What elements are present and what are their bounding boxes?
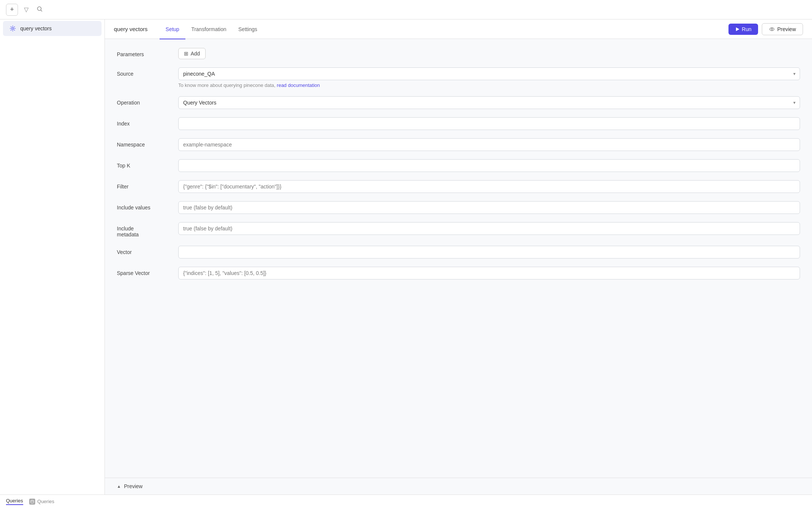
preview-button[interactable]: Preview [762, 23, 803, 35]
namespace-input[interactable] [178, 138, 800, 151]
topk-field: 3 [178, 159, 800, 172]
db-icon [29, 499, 35, 505]
top-bar-left: + ▽ [6, 4, 45, 16]
filter-input[interactable] [178, 180, 800, 193]
status-icon: Queries [29, 499, 55, 505]
include-metadata-label: Include metadata [117, 222, 169, 238]
source-help-text: To know more about querying pinecone dat… [178, 82, 800, 88]
topk-label: Top K [117, 159, 169, 169]
add-button[interactable]: + [6, 4, 18, 16]
include-metadata-input[interactable] [178, 222, 800, 235]
vector-label: Vector [117, 246, 169, 255]
tab-settings[interactable]: Settings [232, 20, 263, 39]
filter-label: Filter [117, 180, 169, 190]
operation-select-wrapper: Query Vectors ▾ [178, 96, 800, 109]
preview-label: Preview [124, 483, 143, 489]
include-metadata-row: Include metadata [117, 222, 800, 238]
run-button[interactable]: Run [728, 24, 758, 35]
svg-point-6 [31, 500, 34, 501]
sidebar: query vectors [0, 19, 105, 495]
parameters-field: ⊞ Add [178, 48, 800, 59]
index-label: Index [117, 117, 169, 127]
parameters-row: Parameters ⊞ Add [117, 48, 800, 59]
gear-icon [9, 25, 16, 32]
operation-field: Query Vectors ▾ [178, 96, 800, 109]
search-icon [37, 6, 43, 12]
topk-row: Top K 3 [117, 159, 800, 172]
source-label: Source [117, 67, 169, 77]
plus-icon: + [10, 6, 14, 13]
tab-setup[interactable]: Setup [160, 20, 185, 39]
filter-icon: ▽ [24, 6, 28, 13]
sparse-vector-input[interactable] [178, 267, 800, 279]
play-icon [735, 27, 740, 31]
right-panel: query vectors Setup Transformation Setti… [105, 19, 812, 495]
main-container: query vectors query vectors Setup Transf… [0, 19, 812, 495]
include-metadata-field [178, 222, 800, 235]
tabs: Setup Transformation Settings [160, 19, 728, 39]
operation-label: Operation [117, 96, 169, 106]
source-row: Source pinecone_QA ▾ To know more about … [117, 67, 800, 88]
sidebar-item-query-vectors[interactable]: query vectors [3, 21, 102, 36]
namespace-row: Namespace [117, 138, 800, 151]
vector-input[interactable]: [-0.057448626,0.040567733,-0.057180677,0… [178, 246, 800, 258]
operation-row: Operation Query Vectors ▾ [117, 96, 800, 109]
sidebar-item-label: query vectors [20, 25, 52, 31]
status-tab-queries[interactable]: Queries [6, 498, 23, 505]
operation-select[interactable]: Query Vectors [178, 96, 800, 109]
panel-header: query vectors Setup Transformation Setti… [105, 19, 812, 39]
index-input[interactable]: testpine [178, 117, 800, 130]
include-values-label: Include values [117, 201, 169, 211]
topk-input[interactable]: 3 [178, 159, 800, 172]
read-documentation-link[interactable]: read documentation [277, 82, 320, 88]
include-values-row: Include values [117, 201, 800, 214]
source-field: pinecone_QA ▾ To know more about queryin… [178, 67, 800, 88]
include-values-input[interactable] [178, 201, 800, 214]
filter-button[interactable]: ▽ [22, 4, 31, 15]
svg-point-2 [12, 28, 14, 30]
source-select-wrapper: pinecone_QA ▾ [178, 67, 800, 80]
search-button[interactable] [34, 4, 45, 15]
eye-icon [769, 26, 775, 32]
namespace-label: Namespace [117, 138, 169, 148]
status-label: Queries [37, 499, 55, 504]
svg-marker-3 [736, 27, 739, 31]
top-bar: + ▽ [0, 0, 812, 19]
include-values-field [178, 201, 800, 214]
status-bar: Queries Queries [0, 495, 812, 508]
sparse-vector-label: Sparse Vector [117, 267, 169, 276]
parameters-label: Parameters [117, 48, 169, 57]
form-content: Parameters ⊞ Add Source pinecone_QA [105, 39, 812, 478]
header-actions: Run Preview [728, 23, 803, 35]
panel-title: query vectors [114, 26, 148, 32]
triangle-icon: ▲ [117, 484, 121, 489]
filter-row: Filter [117, 180, 800, 193]
sparse-vector-field [178, 267, 800, 279]
filter-field [178, 180, 800, 193]
svg-point-5 [771, 28, 773, 30]
vector-field: [-0.057448626,0.040567733,-0.057180677,0… [178, 246, 800, 258]
plus-icon: ⊞ [184, 51, 188, 57]
vector-row: Vector [-0.057448626,0.040567733,-0.0571… [117, 246, 800, 258]
index-row: Index testpine [117, 117, 800, 130]
svg-point-4 [770, 28, 774, 31]
sparse-vector-row: Sparse Vector [117, 267, 800, 279]
source-select[interactable]: pinecone_QA [178, 67, 800, 80]
add-param-button[interactable]: ⊞ Add [178, 48, 206, 59]
index-field: testpine [178, 117, 800, 130]
svg-line-1 [41, 10, 42, 11]
tab-transformation[interactable]: Transformation [185, 20, 233, 39]
namespace-field [178, 138, 800, 151]
preview-section[interactable]: ▲ Preview [105, 478, 812, 495]
